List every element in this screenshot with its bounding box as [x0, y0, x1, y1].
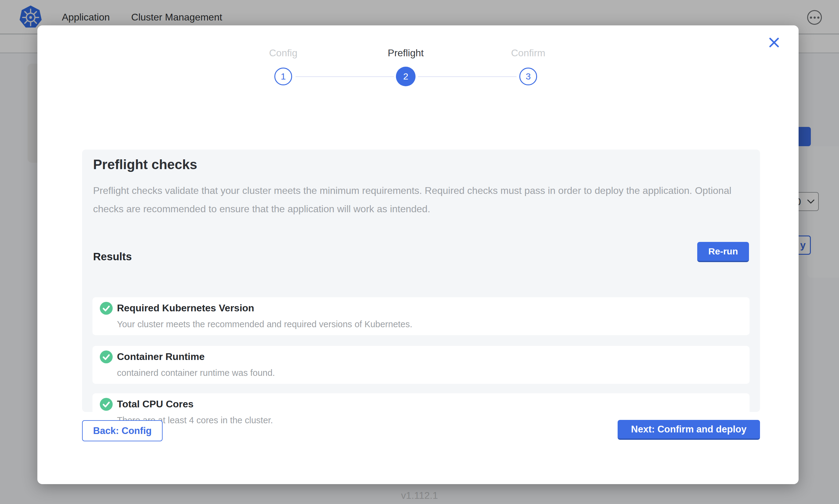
check-pass-icon [100, 350, 113, 363]
step-confirm: Confirm 3 [467, 48, 589, 86]
step-circle: 3 [519, 68, 537, 85]
preflight-modal: Config 1 Preflight 2 Confirm 3 Preflight… [37, 25, 799, 484]
check-message: containerd container runtime was found. [117, 368, 275, 378]
step-label: Preflight [388, 48, 424, 60]
close-button[interactable] [768, 36, 780, 49]
check-pass-icon [100, 398, 113, 411]
check-pass-icon [100, 302, 113, 315]
step-circle: 1 [274, 68, 292, 85]
step-config: Config 1 [222, 48, 344, 86]
check-title: Total CPU Cores [117, 398, 193, 410]
check-card-kubernetes-version: Required Kubernetes Version Your cluster… [92, 297, 750, 335]
step-label: Confirm [511, 48, 545, 60]
step-connector [418, 76, 517, 77]
wizard-stepper: Config 1 Preflight 2 Confirm 3 [222, 48, 589, 86]
preflight-panel: Preflight checks Preflight checks valida… [82, 149, 760, 412]
step-connector [295, 76, 394, 77]
rerun-button[interactable]: Re-run [697, 242, 749, 262]
check-message: Your cluster meets the recommended and r… [117, 319, 412, 329]
check-title: Required Kubernetes Version [117, 303, 254, 314]
step-circle: 2 [396, 67, 415, 86]
results-heading: Results [93, 250, 132, 263]
panel-title: Preflight checks [93, 157, 197, 172]
check-card-container-runtime: Container Runtime containerd container r… [92, 346, 750, 384]
step-preflight: Preflight 2 [344, 48, 467, 86]
step-label: Config [269, 48, 298, 60]
page: Application Cluster Management 0 y v1.11… [0, 0, 839, 504]
panel-description: Preflight checks validate that your clus… [93, 181, 745, 218]
next-confirm-deploy-button[interactable]: Next: Confirm and deploy [618, 420, 760, 440]
close-icon [768, 36, 780, 49]
check-title: Container Runtime [117, 351, 205, 362]
back-config-button[interactable]: Back: Config [82, 420, 162, 441]
